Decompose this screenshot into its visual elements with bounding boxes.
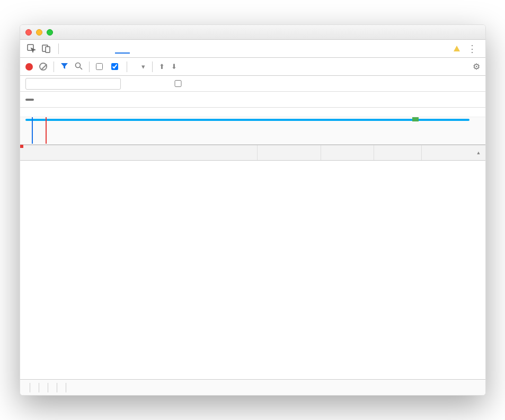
col-priority[interactable] <box>374 145 422 160</box>
preserve-log-checkbox[interactable] <box>96 63 105 70</box>
filter-input[interactable] <box>25 78 121 90</box>
col-size[interactable] <box>321 145 374 160</box>
timeline-tick <box>380 108 469 117</box>
timeline-bar <box>25 119 469 121</box>
tab-console[interactable] <box>81 45 96 53</box>
close-window-button[interactable] <box>25 29 32 36</box>
download-har-icon[interactable]: ⬇ <box>171 63 177 71</box>
chevron-down-icon: ▾ <box>141 63 145 71</box>
timeline-tick <box>25 108 114 117</box>
divider <box>48 383 48 392</box>
svg-line-4 <box>80 67 82 69</box>
divider <box>89 62 90 72</box>
type-all[interactable] <box>25 99 34 101</box>
table-header: ▲ <box>20 145 485 161</box>
tab-sources[interactable] <box>98 45 113 53</box>
traffic-lights <box>25 29 53 36</box>
main-tabs: ⋮ <box>20 40 485 58</box>
divider <box>57 383 57 392</box>
clear-button[interactable] <box>39 63 47 71</box>
sort-indicator-icon: ▲ <box>476 150 481 155</box>
requests-table-area: ▲ <box>20 145 485 395</box>
timeline-tick <box>203 108 292 117</box>
divider <box>30 383 30 392</box>
timeline-chunk <box>412 117 419 121</box>
timeline-tick <box>114 108 203 117</box>
minimize-window-button[interactable] <box>36 29 42 36</box>
status-bar <box>20 379 485 395</box>
disable-cache-checkbox[interactable] <box>111 63 120 70</box>
network-toolbar: ▾ ⬆ ⬇ ⚙ <box>20 58 485 76</box>
svg-rect-2 <box>46 47 50 52</box>
zoom-window-button[interactable] <box>47 29 53 36</box>
tab-performance[interactable] <box>132 45 147 53</box>
timeline-ticks <box>20 108 485 117</box>
divider <box>66 383 66 392</box>
load-marker <box>46 117 47 144</box>
dcl-marker <box>32 117 33 144</box>
toggle-device-icon[interactable] <box>40 42 53 55</box>
inspect-element-icon[interactable] <box>25 42 38 55</box>
upload-har-icon[interactable]: ⬆ <box>159 63 165 71</box>
col-name[interactable] <box>20 145 258 160</box>
col-waterfall[interactable]: ▲ <box>422 145 485 160</box>
divider <box>39 383 39 392</box>
warning-icon <box>454 46 460 51</box>
col-type[interactable] <box>258 145 321 160</box>
timeline-overview[interactable] <box>20 108 485 145</box>
divider <box>54 62 54 72</box>
warnings-badge[interactable] <box>454 46 462 51</box>
timeline-body <box>20 117 485 144</box>
svg-point-3 <box>75 63 80 67</box>
hide-data-urls-checkbox[interactable] <box>130 80 228 87</box>
divider <box>127 62 127 72</box>
divider <box>152 62 153 72</box>
settings-menu-icon[interactable]: ⋮ <box>464 43 480 55</box>
tab-network[interactable] <box>115 44 130 54</box>
filter-bar <box>20 76 485 92</box>
resource-type-filter <box>20 92 485 108</box>
titlebar <box>20 25 485 40</box>
record-button[interactable] <box>25 63 33 71</box>
tab-more[interactable] <box>166 45 181 53</box>
tab-memory[interactable] <box>149 45 164 53</box>
throttling-select[interactable]: ▾ <box>134 62 146 71</box>
timeline-tick <box>469 108 480 117</box>
devtools-window: ⋮ ▾ ⬆ ⬇ ⚙ <box>20 24 486 396</box>
timeline-tick <box>291 108 380 117</box>
tab-elements[interactable] <box>64 45 79 53</box>
divider <box>58 43 59 54</box>
filter-toggle-icon[interactable] <box>60 62 68 72</box>
network-settings-icon[interactable]: ⚙ <box>473 62 480 72</box>
search-icon[interactable] <box>75 62 83 72</box>
